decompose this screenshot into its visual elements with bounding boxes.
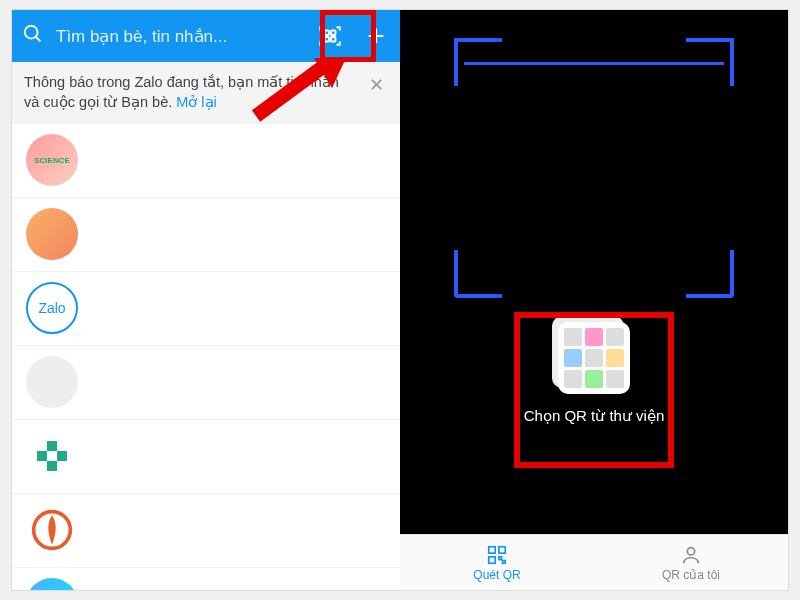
svg-rect-4 (325, 37, 329, 41)
choose-from-gallery-button[interactable]: Chọn QR từ thư viện (521, 322, 667, 426)
list-item[interactable] (12, 420, 400, 494)
close-icon[interactable]: ✕ (365, 72, 388, 98)
list-item[interactable] (12, 124, 400, 198)
notif-text-1: Thông báo trong Zalo đang tắt, bạn (24, 74, 257, 90)
avatar: Zalo (26, 282, 78, 334)
avatar (26, 578, 78, 590)
list-item[interactable] (12, 494, 400, 568)
svg-rect-2 (325, 31, 329, 35)
gallery-button-label: Chọn QR từ thư viện (521, 406, 667, 426)
scan-line (464, 62, 724, 65)
contact-list: Zalo (12, 124, 400, 590)
list-item[interactable]: Zalo (12, 272, 400, 346)
add-button[interactable]: + (362, 21, 390, 51)
tab-my-qr[interactable]: QR của tôi (594, 535, 788, 590)
svg-line-1 (36, 37, 41, 42)
bottom-tab-bar: Quét QR QR của tôi (400, 534, 788, 590)
svg-rect-5 (331, 37, 335, 41)
svg-rect-11 (47, 461, 57, 471)
svg-rect-10 (57, 451, 67, 461)
notification-reopen-link[interactable]: Mở lại (176, 94, 217, 110)
notification-banner: Thông báo trong Zalo đang tắt, bạn mất t… (12, 62, 400, 124)
tab-scan-qr[interactable]: Quét QR (400, 535, 594, 590)
top-bar: Tìm bạn bè, tin nhắn... + (12, 10, 400, 62)
svg-rect-15 (489, 556, 495, 562)
svg-rect-8 (47, 441, 57, 451)
person-icon (680, 544, 702, 566)
list-item[interactable] (12, 346, 400, 420)
avatar (26, 134, 78, 186)
search-icon[interactable] (22, 23, 44, 49)
tab-label: Quét QR (473, 568, 520, 582)
search-input[interactable]: Tìm bạn bè, tin nhắn... (56, 26, 298, 47)
svg-rect-16 (499, 556, 502, 559)
avatar (26, 208, 78, 260)
tab-label: QR của tôi (662, 568, 720, 582)
gallery-thumbnail-icon (558, 322, 630, 394)
svg-rect-13 (489, 546, 495, 552)
notification-text: Thông báo trong Zalo đang tắt, bạn mất t… (24, 72, 357, 113)
qr-scan-button[interactable] (310, 16, 350, 56)
svg-rect-3 (331, 31, 335, 35)
frame-corner-icon (454, 250, 502, 298)
zalo-chat-list-screen: Tìm bạn bè, tin nhắn... + Thông báo tron… (12, 10, 400, 590)
qr-scanner-screen: Chọn QR từ thư viện Quét QR QR của tôi (400, 10, 788, 590)
svg-rect-17 (503, 560, 506, 563)
list-item[interactable] (12, 198, 400, 272)
svg-rect-14 (499, 546, 505, 552)
frame-corner-icon (686, 250, 734, 298)
svg-rect-9 (37, 451, 47, 461)
avatar (26, 504, 78, 556)
list-item[interactable] (12, 568, 400, 590)
scan-viewfinder (454, 38, 734, 298)
qr-icon (486, 544, 508, 566)
zalo-logo-text: Zalo (38, 300, 65, 316)
svg-point-18 (687, 547, 694, 554)
avatar (26, 430, 78, 482)
svg-point-0 (25, 26, 38, 39)
group-avatar (26, 356, 78, 408)
